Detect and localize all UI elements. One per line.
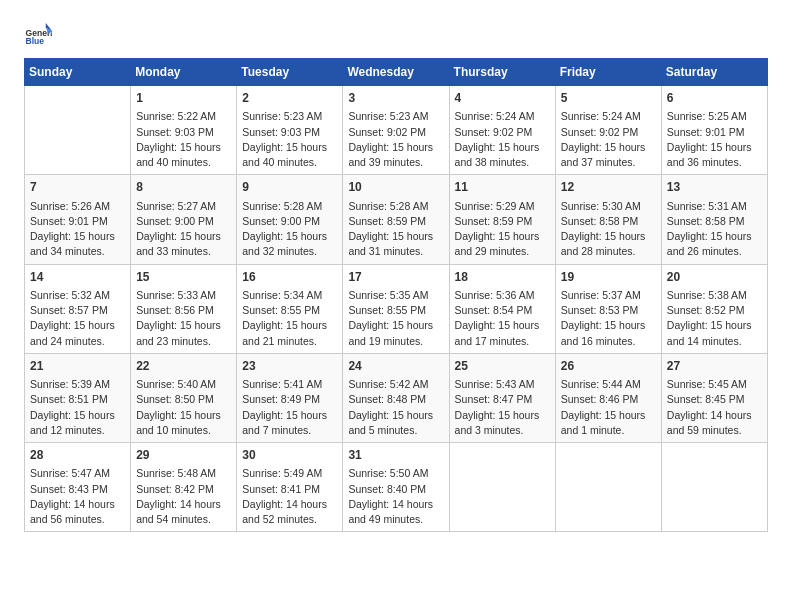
cell-sunrise: Sunrise: 5:44 AM (561, 377, 656, 392)
cell-sunrise: Sunrise: 5:43 AM (455, 377, 550, 392)
cell-sunrise: Sunrise: 5:35 AM (348, 288, 443, 303)
calendar-cell (555, 443, 661, 532)
day-number: 30 (242, 447, 337, 464)
calendar-cell: 10Sunrise: 5:28 AMSunset: 8:59 PMDayligh… (343, 175, 449, 264)
calendar-cell: 25Sunrise: 5:43 AMSunset: 8:47 PMDayligh… (449, 353, 555, 442)
calendar-cell (25, 86, 131, 175)
day-number: 5 (561, 90, 656, 107)
calendar-table: SundayMondayTuesdayWednesdayThursdayFrid… (24, 58, 768, 532)
calendar-cell: 11Sunrise: 5:29 AMSunset: 8:59 PMDayligh… (449, 175, 555, 264)
cell-sunset: Sunset: 8:41 PM (242, 482, 337, 497)
cell-sunset: Sunset: 8:42 PM (136, 482, 231, 497)
cell-daylight: Daylight: 15 hours and 29 minutes. (455, 229, 550, 259)
cell-sunrise: Sunrise: 5:40 AM (136, 377, 231, 392)
calendar-cell: 24Sunrise: 5:42 AMSunset: 8:48 PMDayligh… (343, 353, 449, 442)
cell-daylight: Daylight: 14 hours and 56 minutes. (30, 497, 125, 527)
day-number: 18 (455, 269, 550, 286)
cell-daylight: Daylight: 15 hours and 10 minutes. (136, 408, 231, 438)
cell-sunset: Sunset: 8:52 PM (667, 303, 762, 318)
cell-sunset: Sunset: 9:00 PM (242, 214, 337, 229)
cell-daylight: Daylight: 15 hours and 19 minutes. (348, 318, 443, 348)
cell-sunrise: Sunrise: 5:36 AM (455, 288, 550, 303)
calendar-cell (661, 443, 767, 532)
cell-sunset: Sunset: 9:02 PM (455, 125, 550, 140)
cell-sunrise: Sunrise: 5:24 AM (455, 109, 550, 124)
day-number: 3 (348, 90, 443, 107)
day-number: 20 (667, 269, 762, 286)
cell-sunrise: Sunrise: 5:50 AM (348, 466, 443, 481)
cell-sunset: Sunset: 9:03 PM (242, 125, 337, 140)
cell-daylight: Daylight: 14 hours and 49 minutes. (348, 497, 443, 527)
day-number: 9 (242, 179, 337, 196)
svg-text:Blue: Blue (26, 36, 45, 46)
cell-sunset: Sunset: 8:53 PM (561, 303, 656, 318)
cell-sunrise: Sunrise: 5:29 AM (455, 199, 550, 214)
cell-sunrise: Sunrise: 5:22 AM (136, 109, 231, 124)
calendar-cell: 9Sunrise: 5:28 AMSunset: 9:00 PMDaylight… (237, 175, 343, 264)
day-number: 22 (136, 358, 231, 375)
cell-daylight: Daylight: 15 hours and 16 minutes. (561, 318, 656, 348)
calendar-cell: 8Sunrise: 5:27 AMSunset: 9:00 PMDaylight… (131, 175, 237, 264)
cell-sunrise: Sunrise: 5:30 AM (561, 199, 656, 214)
cell-sunrise: Sunrise: 5:47 AM (30, 466, 125, 481)
cell-daylight: Daylight: 15 hours and 17 minutes. (455, 318, 550, 348)
cell-daylight: Daylight: 15 hours and 21 minutes. (242, 318, 337, 348)
col-header-thursday: Thursday (449, 59, 555, 86)
cell-sunrise: Sunrise: 5:34 AM (242, 288, 337, 303)
cell-sunset: Sunset: 8:59 PM (348, 214, 443, 229)
cell-sunrise: Sunrise: 5:24 AM (561, 109, 656, 124)
cell-sunset: Sunset: 8:51 PM (30, 392, 125, 407)
calendar-cell: 16Sunrise: 5:34 AMSunset: 8:55 PMDayligh… (237, 264, 343, 353)
col-header-saturday: Saturday (661, 59, 767, 86)
cell-daylight: Daylight: 14 hours and 59 minutes. (667, 408, 762, 438)
cell-daylight: Daylight: 15 hours and 28 minutes. (561, 229, 656, 259)
cell-sunset: Sunset: 8:48 PM (348, 392, 443, 407)
calendar-cell: 2Sunrise: 5:23 AMSunset: 9:03 PMDaylight… (237, 86, 343, 175)
cell-sunrise: Sunrise: 5:45 AM (667, 377, 762, 392)
calendar-cell: 30Sunrise: 5:49 AMSunset: 8:41 PMDayligh… (237, 443, 343, 532)
calendar-cell: 23Sunrise: 5:41 AMSunset: 8:49 PMDayligh… (237, 353, 343, 442)
cell-sunrise: Sunrise: 5:23 AM (242, 109, 337, 124)
cell-sunrise: Sunrise: 5:32 AM (30, 288, 125, 303)
cell-sunset: Sunset: 8:47 PM (455, 392, 550, 407)
cell-sunrise: Sunrise: 5:49 AM (242, 466, 337, 481)
day-number: 26 (561, 358, 656, 375)
day-number: 10 (348, 179, 443, 196)
cell-sunset: Sunset: 8:43 PM (30, 482, 125, 497)
day-number: 14 (30, 269, 125, 286)
calendar-cell: 1Sunrise: 5:22 AMSunset: 9:03 PMDaylight… (131, 86, 237, 175)
day-number: 13 (667, 179, 762, 196)
day-number: 1 (136, 90, 231, 107)
cell-sunrise: Sunrise: 5:26 AM (30, 199, 125, 214)
cell-daylight: Daylight: 15 hours and 31 minutes. (348, 229, 443, 259)
cell-sunset: Sunset: 9:00 PM (136, 214, 231, 229)
calendar-cell: 13Sunrise: 5:31 AMSunset: 8:58 PMDayligh… (661, 175, 767, 264)
calendar-cell: 22Sunrise: 5:40 AMSunset: 8:50 PMDayligh… (131, 353, 237, 442)
day-number: 2 (242, 90, 337, 107)
cell-daylight: Daylight: 15 hours and 39 minutes. (348, 140, 443, 170)
cell-sunset: Sunset: 8:57 PM (30, 303, 125, 318)
cell-sunrise: Sunrise: 5:48 AM (136, 466, 231, 481)
day-number: 31 (348, 447, 443, 464)
calendar-cell: 12Sunrise: 5:30 AMSunset: 8:58 PMDayligh… (555, 175, 661, 264)
calendar-cell: 29Sunrise: 5:48 AMSunset: 8:42 PMDayligh… (131, 443, 237, 532)
calendar-cell: 21Sunrise: 5:39 AMSunset: 8:51 PMDayligh… (25, 353, 131, 442)
cell-sunrise: Sunrise: 5:27 AM (136, 199, 231, 214)
cell-sunset: Sunset: 8:50 PM (136, 392, 231, 407)
day-number: 28 (30, 447, 125, 464)
calendar-cell: 3Sunrise: 5:23 AMSunset: 9:02 PMDaylight… (343, 86, 449, 175)
cell-sunset: Sunset: 9:02 PM (348, 125, 443, 140)
cell-daylight: Daylight: 15 hours and 1 minute. (561, 408, 656, 438)
cell-daylight: Daylight: 15 hours and 37 minutes. (561, 140, 656, 170)
calendar-cell: 18Sunrise: 5:36 AMSunset: 8:54 PMDayligh… (449, 264, 555, 353)
cell-daylight: Daylight: 15 hours and 36 minutes. (667, 140, 762, 170)
logo-icon: General Blue (24, 20, 52, 48)
cell-daylight: Daylight: 15 hours and 38 minutes. (455, 140, 550, 170)
calendar-cell: 14Sunrise: 5:32 AMSunset: 8:57 PMDayligh… (25, 264, 131, 353)
cell-sunset: Sunset: 9:03 PM (136, 125, 231, 140)
day-number: 19 (561, 269, 656, 286)
cell-sunset: Sunset: 8:55 PM (242, 303, 337, 318)
calendar-cell: 27Sunrise: 5:45 AMSunset: 8:45 PMDayligh… (661, 353, 767, 442)
cell-daylight: Daylight: 15 hours and 32 minutes. (242, 229, 337, 259)
calendar-cell: 7Sunrise: 5:26 AMSunset: 9:01 PMDaylight… (25, 175, 131, 264)
